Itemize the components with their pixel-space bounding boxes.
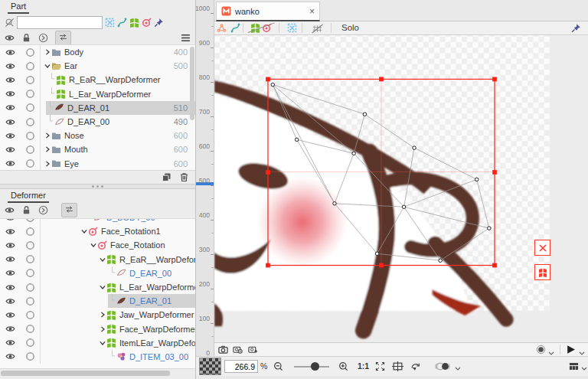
eye-icon[interactable] [5, 268, 15, 278]
tree-item-R_EaR__WarpDeformer[interactable]: R_EaR__WarpDeformer [0, 253, 195, 266]
duplicate-icon[interactable] [162, 172, 172, 182]
lock-radio-icon[interactable] [25, 103, 35, 113]
filter-glue-icon[interactable] [154, 18, 164, 28]
eye-icon[interactable] [5, 47, 15, 57]
background-swatch[interactable] [199, 358, 221, 375]
part-vertical-scrollbar[interactable] [190, 47, 194, 120]
tree-item-Face_Rotation1[interactable]: Face_Rotation1 [0, 224, 195, 238]
eye-icon[interactable] [5, 338, 15, 348]
eye-icon[interactable] [5, 310, 15, 320]
tree-item-Face_WarpDeformer[interactable]: Face_WarpDeformer [0, 322, 195, 336]
zoom-level-input[interactable] [224, 360, 258, 373]
delete-deformer-button[interactable] [534, 240, 550, 256]
reset-rotation-icon[interactable] [410, 361, 421, 372]
tree-item-Mouth[interactable]: Mouth600 [0, 142, 195, 156]
tree-item-Jaw_WarpDeformer[interactable]: Jaw_WarpDeformer [0, 308, 195, 322]
tree-item-D_EAR_00[interactable]: D_EAR_00 [0, 266, 195, 280]
chevron-down-icon[interactable] [81, 228, 87, 234]
chevron-down-icon[interactable] [100, 256, 106, 263]
lock-radio-icon[interactable] [25, 145, 35, 155]
document-tab-wanko[interactable]: wanko × [216, 2, 320, 21]
tree-item-D_ITEM_03_00[interactable]: D_ITEM_03_00 [0, 350, 195, 364]
tree-item-ItemLEar_WarpDeformer[interactable]: ItemLEar_WarpDeformer [0, 336, 195, 350]
lock-radio-icon[interactable] [25, 283, 35, 292]
layout-chevron-icon[interactable] [581, 364, 587, 374]
tree-item-Ear[interactable]: Ear500 [0, 59, 195, 73]
lock-radio-icon[interactable] [25, 296, 35, 306]
tab-deformer[interactable]: Deformer [8, 191, 49, 203]
record-icon[interactable] [536, 345, 546, 354]
fit-view-icon[interactable] [375, 361, 385, 371]
grid-hidden-icon[interactable] [312, 23, 323, 34]
show-artmesh-wire-icon[interactable] [217, 23, 227, 33]
show-curve-deformer-icon[interactable] [230, 23, 240, 33]
chevron-down-icon[interactable] [90, 242, 96, 248]
eye-icon[interactable] [5, 61, 15, 71]
filter-curve-deformer-icon[interactable] [117, 18, 127, 28]
filter-rotation-deformer-icon[interactable] [142, 18, 152, 28]
eye-icon[interactable] [5, 158, 15, 168]
lock-radio-icon[interactable] [25, 254, 35, 264]
canvas-frame-icon[interactable] [392, 361, 403, 372]
lock-radio-icon[interactable] [25, 158, 35, 168]
zoom-out-icon[interactable] [273, 361, 283, 371]
eye-icon[interactable] [5, 240, 15, 250]
tree-item-L_Ear_WarpDeformer[interactable]: L_Ear_WarpDeformer [0, 87, 195, 101]
eye-icon[interactable] [5, 218, 15, 223]
solo-toggle[interactable]: Solo [341, 23, 359, 32]
tree-item-Face_Rotation[interactable]: Face_Rotation [0, 238, 195, 252]
lock-column-icon[interactable] [21, 205, 31, 215]
search-slash-icon[interactable] [5, 18, 15, 28]
eye-icon[interactable] [5, 131, 15, 141]
zoom-slider-knob[interactable] [311, 362, 319, 371]
visibility-column-eye-icon[interactable] [5, 205, 15, 215]
tree-item-Nose[interactable]: Nose600 [0, 129, 195, 142]
lock-radio-icon[interactable] [25, 89, 35, 99]
lock-column-icon[interactable] [21, 33, 31, 43]
eye-icon[interactable] [5, 324, 15, 334]
part-search-input[interactable] [17, 16, 103, 29]
add-camera-icon[interactable] [248, 345, 258, 354]
lock-radio-icon[interactable] [25, 351, 35, 361]
chevron-down-icon[interactable] [44, 63, 51, 69]
visibility-column-eye-icon[interactable] [5, 33, 15, 43]
eye-icon[interactable] [5, 227, 15, 237]
eye-icon[interactable] [5, 145, 15, 155]
camera-settings-icon[interactable] [233, 345, 243, 354]
pin-icon[interactable] [571, 23, 581, 33]
eye-icon[interactable] [5, 283, 15, 292]
lock-radio-icon[interactable] [25, 310, 35, 320]
chevron-down-icon[interactable] [100, 284, 106, 290]
close-tab-icon[interactable]: × [309, 7, 315, 16]
lock-radio-icon[interactable] [25, 47, 35, 57]
tree-item-Eye[interactable]: Eye600 [0, 157, 195, 171]
chevron-down-icon[interactable] [100, 340, 106, 346]
filter-warp-deformer-icon[interactable] [129, 18, 139, 28]
expand-all-icon[interactable] [38, 33, 48, 43]
lock-radio-icon[interactable] [25, 75, 35, 85]
chevron-right-icon[interactable] [44, 146, 51, 152]
panel-splitter[interactable] [0, 184, 195, 189]
sync-selection-button[interactable] [61, 203, 77, 217]
chevron-right-icon[interactable] [100, 312, 106, 318]
eye-icon[interactable] [5, 351, 15, 361]
panel-menu-icon[interactable] [181, 33, 191, 43]
scrollbar-thumb[interactable] [1, 371, 170, 376]
eye-icon[interactable] [5, 117, 15, 127]
quality-toggle-icon[interactable] [434, 361, 451, 371]
chevron-right-icon[interactable] [44, 132, 51, 139]
lock-radio-icon[interactable] [25, 218, 35, 223]
trash-icon[interactable] [179, 172, 189, 182]
filter-artmesh-icon[interactable] [105, 18, 115, 28]
convert-deformer-button[interactable] [534, 264, 550, 280]
tree-item-D_EAR_01[interactable]: D_EAR_01 [0, 294, 195, 308]
eye-icon[interactable] [5, 103, 15, 113]
tree-item-R_EaR__WarpDeformer[interactable]: R_EaR__WarpDeformer [0, 73, 195, 87]
screenshot-icon[interactable] [218, 345, 228, 354]
tree-item-Body[interactable]: Body400 [0, 45, 195, 59]
chevron-right-icon[interactable] [100, 326, 106, 332]
tree-item-L_Ear_WarpDeformer[interactable]: L_Ear_WarpDeformer [0, 280, 195, 294]
lock-radio-icon[interactable] [25, 268, 35, 278]
tree-item-D_BODY_00[interactable]: D_BODY_00 [0, 218, 195, 224]
actual-size-button[interactable]: 1:1 [358, 361, 369, 371]
